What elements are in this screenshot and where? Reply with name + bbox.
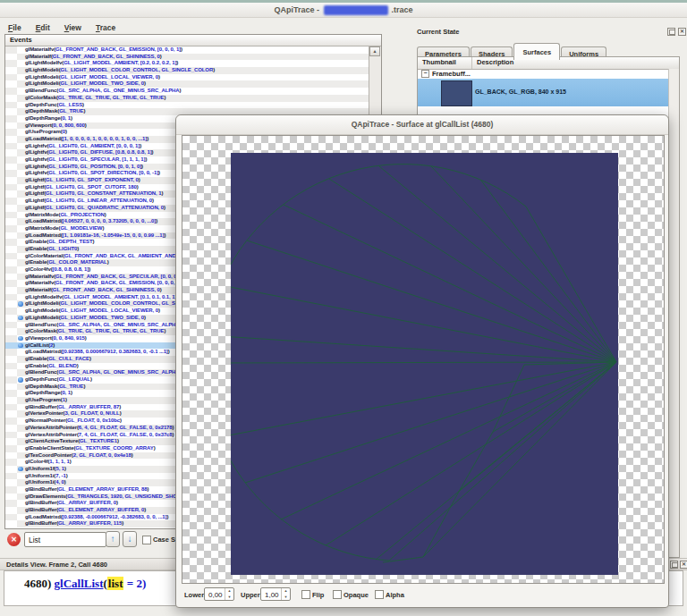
surface-row[interactable]: GL_BACK, GL_RGB, 840 x 915 — [418, 79, 679, 106]
event-call-name: glBlendFunc — [25, 88, 56, 93]
event-call-args: GL_SRC_ALPHA, GL_ONE_MINUS_SRC_ALPHA — [58, 369, 179, 375]
event-call-args: GL_COLOR_MATERIAL — [48, 259, 107, 265]
col-thumbnail[interactable]: Thumbnail — [418, 57, 472, 69]
surface-dialog-title[interactable]: QApiTrace - Surface at glCallList (4680) — [176, 115, 668, 135]
search-input[interactable] — [24, 532, 106, 547]
lower-spinbox[interactable]: 0,00 ▲▼ — [204, 587, 234, 601]
state-scrollbar[interactable] — [668, 69, 679, 557]
event-call-name: glLoadMatrixd — [25, 349, 61, 354]
lower-label: Lower — [184, 591, 204, 599]
event-call-name: glLoadMatrixd — [25, 136, 61, 141]
titlebar[interactable]: QApiTrace - .trace — [0, 3, 687, 18]
event-call-name: glLightfv — [25, 156, 47, 162]
event-call-name: glDepthMask — [25, 384, 57, 389]
event-row[interactable]: glBlendFunc(GL_SRC_ALPHA, GL_ONE_MINUS_S… — [5, 88, 369, 95]
event-call-name: glEnable — [25, 246, 47, 251]
spin-arrows-icon[interactable]: ▲▼ — [225, 588, 233, 600]
event-call-name: glColorMask — [25, 95, 56, 100]
menu-edit[interactable]: Edit — [30, 21, 58, 32]
spin-arrows-icon[interactable]: ▲▼ — [281, 588, 290, 600]
framebuffer-group-row[interactable]: −Framebuff... — [418, 70, 679, 79]
event-call-args: GL_TRUE — [59, 384, 83, 389]
event-call-args: GL_LIGHT0, GL_POSITION, [0, 0, 1, 0] — [48, 164, 141, 169]
find-previous-button[interactable]: ↑ — [106, 531, 120, 547]
info-icon — [18, 316, 23, 321]
event-call-args: [4.06527, 0, 0, 0, 0, 3.73205, 0, 0, 0, … — [63, 218, 157, 224]
event-call-name: glBindBuffer — [25, 404, 56, 409]
details-dock-close-icon[interactable]: ✕ — [680, 561, 687, 569]
event-row[interactable]: glDepthFunc(GL_LESS) — [5, 102, 369, 109]
events-header[interactable]: Events — [5, 35, 381, 46]
event-call-name: glDepthRange — [25, 390, 60, 395]
event-call-name: glLightfv — [25, 170, 47, 175]
event-row[interactable]: glMaterialf(GL_FRONT_AND_BACK, GL_SHININ… — [5, 54, 369, 61]
event-call-args: GL_FRONT_AND_BACK, GL_SPECULAR, [0, 0, 0… — [55, 274, 184, 279]
event-call-name: glLightf — [25, 177, 44, 182]
event-call-args: GL_CULL_FACE — [48, 356, 89, 361]
event-call-args: [0.8, 0.8, 0.8, 1] — [53, 266, 89, 272]
event-row[interactable]: glLightModeli(GL_LIGHT_MODEL_LOCAL_VIEWE… — [5, 74, 369, 81]
call-link[interactable]: glCallList — [55, 577, 104, 590]
event-call-args: GL_LIGHT_MODEL_LOCAL_VIEWER, 0 — [61, 74, 158, 80]
event-row[interactable]: glLightModelfv(GL_LIGHT_MODEL_AMBIENT, [… — [5, 60, 369, 67]
event-call-args: GL_TRUE, GL_TRUE, GL_TRUE, GL_TRUE — [58, 95, 165, 100]
case-sensitive-checkbox[interactable] — [142, 536, 151, 544]
menu-file[interactable]: File — [2, 21, 30, 32]
event-call-args: GL_LIGHT_MODEL_TWO_SIDE, 0 — [61, 315, 144, 320]
event-call-name: glLoadMatrixd — [25, 232, 61, 238]
event-call-args: GL_ELEMENT_ARRAY_BUFFER, 0 — [58, 507, 144, 512]
event-row[interactable]: glColorMask(GL_TRUE, GL_TRUE, GL_TRUE, G… — [5, 95, 369, 102]
event-call-args: GL_TEXTURE1 — [80, 438, 117, 443]
find-next-button[interactable]: ↓ — [123, 531, 137, 547]
event-call-args: [0.92388, 0.000667912, 0.382683, 0, -0.1… — [63, 349, 168, 354]
surface-dialog-controls: Lower 0,00 ▲▼ Upper 1,00 ▲▼ Flip Opaque … — [176, 586, 668, 608]
alpha-checkbox[interactable] — [375, 590, 384, 599]
event-call-name: glDepthRange — [25, 115, 60, 121]
event-call-name: glBindBuffer — [25, 500, 56, 505]
event-call-args: GL_SRC_ALPHA, GL_ONE_MINUS_SRC_ALPHA — [58, 88, 179, 93]
details-dock-float-icon[interactable] — [670, 561, 678, 569]
state-dock-float-icon[interactable] — [667, 28, 675, 36]
event-call-name: glLightf — [25, 190, 44, 196]
flip-label: Flip — [312, 591, 324, 599]
flip-checkbox[interactable] — [301, 590, 310, 599]
info-icon — [18, 336, 23, 342]
event-call-args: 0, 0, 800, 600 — [53, 122, 84, 128]
event-call-args: GL_LIGHT0 — [48, 246, 77, 251]
event-call-args: GL_LIGHT_MODEL_AMBIENT, [0.2, 0.2, 0.2, … — [64, 60, 176, 65]
scroll-up-icon[interactable]: ▲ — [369, 46, 380, 56]
menu-trace[interactable]: Trace — [89, 21, 123, 32]
event-call-args: GL_LESS — [58, 102, 82, 107]
event-call-args: GL_FLOAT, 0, 0x10bc — [67, 418, 120, 423]
tab-surfaces[interactable]: Surfaces — [513, 43, 560, 60]
event-call-args: GL_TEXTURE_COORD_ARRAY — [75, 445, 153, 451]
details-dock-title: Details View. Frame 2, Call 4680 — [6, 561, 107, 569]
event-call-name: glDepthMask — [25, 108, 57, 114]
state-dock-close-icon[interactable]: ✕ — [678, 28, 686, 36]
collapse-icon[interactable]: − — [421, 70, 429, 78]
event-call-name: glLoadMatrixd — [25, 514, 61, 519]
event-call-name: glEnable — [25, 239, 47, 244]
event-call-args: 0, 1 — [62, 115, 71, 121]
state-tabs: ParametersShadersSurfacesUniforms — [417, 42, 607, 56]
upper-spinbox[interactable]: 1,00 ▲▼ — [260, 587, 291, 601]
opaque-checkbox[interactable] — [333, 590, 342, 599]
event-row[interactable]: glMaterialfv(GL_FRONT_AND_BACK, GL_EMISS… — [5, 46, 369, 54]
surface-image — [231, 153, 618, 575]
search-close-icon[interactable]: ✕ — [7, 533, 21, 546]
surface-description: GL_BACK, GL_RGB, 840 x 915 — [475, 89, 566, 95]
menu-view[interactable]: View — [58, 21, 89, 32]
event-row[interactable]: glLightModeli(GL_LIGHT_MODEL_TWO_SIDE, 0… — [5, 80, 369, 88]
event-row[interactable]: glLightModeli(GL_LIGHT_MODEL_COLOR_CONTR… — [5, 67, 369, 74]
surface-thumbnail[interactable] — [441, 80, 472, 106]
event-call-name: glMatrixMode — [25, 212, 58, 217]
event-call-args: GL_TRUE — [59, 108, 83, 114]
event-call-name: glLightModelfv — [25, 60, 62, 65]
col-description[interactable]: Description — [472, 57, 513, 69]
event-call-name: glLightModeli — [25, 315, 59, 320]
event-call-name: glNormalPointer — [25, 418, 65, 423]
event-call-name: glDepthFunc — [25, 376, 57, 382]
event-call-name: glLightModeli — [25, 67, 59, 72]
event-call-name: glEnableClientState — [25, 445, 73, 451]
event-call-name: glUniform1f — [25, 466, 55, 471]
